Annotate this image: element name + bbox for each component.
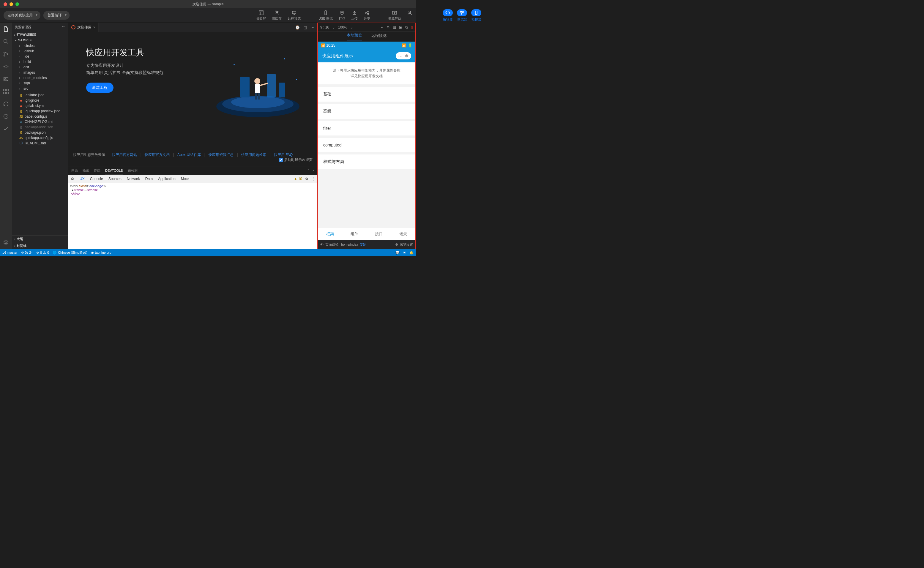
watch-icon[interactable]: ⌚ [295, 25, 300, 30]
explorer-icon[interactable] [2, 26, 9, 33]
folder-build[interactable]: build [12, 59, 68, 65]
device-rotate-icon[interactable]: ▯ [411, 25, 413, 29]
package-button[interactable]: 打包 [339, 10, 345, 21]
folder-.circleci[interactable]: .circleci [12, 43, 68, 48]
phone-list-item[interactable]: filter [318, 121, 415, 136]
panel-tab-DEVTOOLS[interactable]: DEVTOOLS [105, 167, 123, 174]
grid-icon[interactable]: ▦ [393, 25, 396, 29]
file-babel.config.js[interactable]: JSbabel.config.js [12, 114, 68, 119]
language-status[interactable]: 🌐Chinese (Simplified) [53, 251, 87, 255]
devtools-tab-Network[interactable]: Network [127, 177, 140, 181]
preview-settings-link[interactable]: 预览设置 [400, 242, 413, 247]
file-.eslintrc.json[interactable]: {}.eslintrc.json [12, 92, 68, 98]
project-root[interactable]: ⌄SAMPLE [12, 38, 68, 42]
panel-collapse-icon[interactable]: ⌃ [307, 169, 310, 172]
remote-preview-tab[interactable]: 远程预览 [371, 33, 387, 40]
screenshot-icon[interactable]: ▣ [399, 25, 402, 29]
copy-icon[interactable]: ⧉ [405, 25, 408, 29]
phone-tab-框架[interactable]: 框架 [318, 228, 342, 240]
phone-tab-接口[interactable]: 接口 [367, 228, 391, 240]
devtools-tab-Mock[interactable]: Mock [181, 177, 190, 181]
file-package-lock.json[interactable]: {}package-lock.json [12, 124, 68, 130]
folder-sign[interactable]: sign [12, 80, 68, 86]
close-tab-icon[interactable]: × [93, 25, 95, 29]
bell-icon[interactable]: 🔔 [409, 251, 414, 255]
debug-icon[interactable] [2, 63, 9, 70]
usb-debug-button[interactable]: USB 调试 [319, 10, 333, 21]
close-window-button[interactable] [3, 2, 7, 6]
devtools-tab-Sources[interactable]: Sources [109, 177, 122, 181]
panel-tab-预检测[interactable]: 预检测 [128, 167, 137, 174]
skeleton-button[interactable]: 骨架屏 [256, 10, 266, 21]
git-icon[interactable] [2, 50, 9, 57]
phone-tab-组件[interactable]: 组件 [342, 228, 367, 240]
resource-link[interactable]: 快应用官方网站 [112, 153, 137, 157]
sidebar-more-icon[interactable]: ⋯ [62, 25, 65, 29]
inspect-icon[interactable]: ⯐ [71, 177, 74, 181]
phone-capsule[interactable]: ⋯⊗ [396, 52, 411, 59]
startup-checkbox-input[interactable] [279, 158, 283, 162]
chevron-down-icon[interactable]: ⌄ [332, 25, 335, 29]
timeline-section[interactable]: ›时间线 [12, 242, 68, 249]
dom-tree[interactable]: ▾<div class="doc-page"> ▸<tabs>…</tabs> … [70, 184, 193, 248]
tabnine-status[interactable]: ◉tabnine pro [91, 251, 112, 255]
resource-link[interactable]: 快应用官方文档 [145, 153, 170, 157]
devtools-tab-UX[interactable]: UX [80, 177, 85, 181]
new-project-button[interactable]: 新建工程 [86, 83, 113, 93]
folder-.github[interactable]: .github [12, 48, 68, 54]
remote-preview-button[interactable]: 远程预览 [288, 10, 300, 21]
capsule-close-icon[interactable]: ⊗ [405, 53, 409, 59]
file-quickapp.config.js[interactable]: JSquickapp.config.js [12, 135, 68, 140]
resource-link[interactable]: 快应用问题检索 [241, 153, 266, 157]
file-package.json[interactable]: {}package.json [12, 130, 68, 135]
account-button[interactable] [407, 10, 412, 21]
resource-link[interactable]: 快应用资源汇总 [208, 153, 234, 157]
file-.gitignore[interactable]: ◆.gitignore [12, 98, 68, 103]
feedback-icon[interactable]: 💬 [396, 251, 400, 255]
phone-list-item[interactable]: 基础 [318, 87, 415, 101]
chevron-down-icon[interactable]: ⌄ [350, 25, 353, 29]
resource-link[interactable]: Apex-UI组件库 [177, 153, 201, 157]
image-icon[interactable] [2, 76, 9, 83]
panel-close-icon[interactable]: × [313, 169, 314, 172]
compile-mode-dropdown[interactable]: 普通编译 [43, 11, 69, 20]
share-button[interactable]: 分享 [364, 10, 370, 21]
startup-checkbox[interactable]: 启动时显示欢迎页 [279, 157, 313, 163]
folder-images[interactable]: images [12, 70, 68, 75]
phone-tab-场景[interactable]: 场景 [391, 228, 415, 240]
help-button[interactable]: 资源帮助 [388, 10, 401, 21]
minimize-window-button[interactable] [9, 2, 13, 6]
file-README.md[interactable]: ⓘREADME.md [12, 140, 68, 146]
welcome-tab[interactable]: 欢迎使用 × [68, 23, 99, 32]
devtools-tab-Console[interactable]: Console [90, 177, 103, 181]
file-CHANGELOG.md[interactable]: ◈CHANGELOG.md [12, 119, 68, 124]
folder-node_modules[interactable]: node_modules [12, 75, 68, 80]
gear-icon[interactable]: ⚙ [395, 243, 398, 246]
split-editor-icon[interactable]: ◫ [303, 25, 307, 30]
panel-tab-问题[interactable]: 问题 [71, 167, 78, 174]
devtools-more-icon[interactable]: ⋮ [311, 177, 315, 181]
copy-path-link[interactable]: 复制 [360, 242, 366, 247]
aspect-ratio[interactable]: 9 : 16 [320, 25, 329, 29]
folder-src[interactable]: src [12, 86, 68, 91]
support-icon[interactable] [2, 100, 9, 107]
file-.quickapp.preview.json[interactable]: {}.quickapp.preview.json [12, 109, 68, 114]
timeline-icon[interactable] [2, 113, 9, 120]
associate-app-dropdown[interactable]: 选择关联快应用 [3, 11, 41, 20]
phone-list[interactable]: 基础高级filtercomputed样式与布局 [318, 87, 415, 227]
maximize-window-button[interactable] [15, 2, 19, 6]
mail-icon[interactable]: ✉ [403, 251, 406, 255]
file-.gitlab-ci.yml[interactable]: ◆.gitlab-ci.yml [12, 103, 68, 109]
upload-button[interactable]: 上传 [351, 10, 358, 21]
phone-list-item[interactable]: 样式与布局 [318, 154, 415, 169]
devtools-tab-Data[interactable]: Data [145, 177, 153, 181]
tab-more-icon[interactable]: ⋯ [311, 25, 314, 30]
check-icon[interactable] [2, 125, 9, 133]
git-branch-status[interactable]: ⎇master [2, 251, 18, 255]
folder-dist[interactable]: dist [12, 65, 68, 70]
local-preview-tab[interactable]: 本地预览 [347, 33, 362, 41]
outline-section[interactable]: ›大纲 [12, 236, 68, 242]
back-icon[interactable]: ← [380, 25, 384, 29]
clear-cache-button[interactable]: 清缓存 [272, 10, 282, 21]
warnings-badge[interactable]: ▲ 10 [294, 177, 302, 181]
